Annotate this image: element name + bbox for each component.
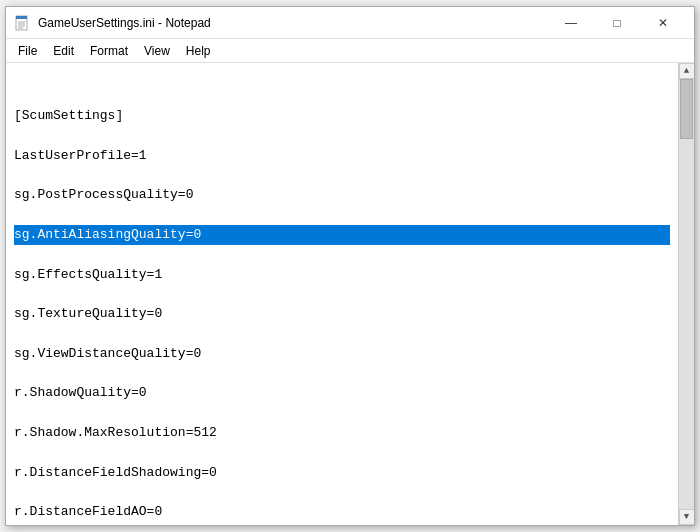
scroll-up-button[interactable]: ▲ <box>679 63 695 79</box>
minimize-button[interactable]: — <box>548 7 594 39</box>
text-line-10[interactable]: r.DistanceFieldAO=0 <box>14 502 670 522</box>
text-line-0[interactable]: [ScumSettings] <box>14 106 670 126</box>
text-line-9[interactable]: r.DistanceFieldShadowing=0 <box>14 463 670 483</box>
text-line-3[interactable]: sg.AntiAliasingQuality=0 <box>14 225 670 245</box>
scrollbar-track[interactable] <box>679 79 694 509</box>
maximize-button[interactable]: □ <box>594 7 640 39</box>
menu-format[interactable]: Format <box>82 42 136 60</box>
text-line-5[interactable]: sg.TextureQuality=0 <box>14 304 670 324</box>
text-line-1[interactable]: LastUserProfile=1 <box>14 146 670 166</box>
menu-view[interactable]: View <box>136 42 178 60</box>
text-editor[interactable]: [ScumSettings] LastUserProfile=1 sg.Post… <box>6 63 678 525</box>
scrollbar-thumb[interactable] <box>680 79 693 139</box>
scroll-down-button[interactable]: ▼ <box>679 509 695 525</box>
menu-bar: File Edit Format View Help <box>6 39 694 63</box>
text-line-6[interactable]: sg.ViewDistanceQuality=0 <box>14 344 670 364</box>
content-area: [ScumSettings] LastUserProfile=1 sg.Post… <box>6 63 694 525</box>
title-bar: GameUserSettings.ini - Notepad — □ ✕ <box>6 7 694 39</box>
text-line-4[interactable]: sg.EffectsQuality=1 <box>14 265 670 285</box>
close-button[interactable]: ✕ <box>640 7 686 39</box>
window-controls: — □ ✕ <box>548 7 686 39</box>
text-line-2[interactable]: sg.PostProcessQuality=0 <box>14 185 670 205</box>
menu-edit[interactable]: Edit <box>45 42 82 60</box>
svg-rect-1 <box>16 16 27 19</box>
menu-help[interactable]: Help <box>178 42 219 60</box>
notepad-icon <box>14 15 30 31</box>
menu-file[interactable]: File <box>10 42 45 60</box>
notepad-window: GameUserSettings.ini - Notepad — □ ✕ Fil… <box>5 6 695 526</box>
window-title: GameUserSettings.ini - Notepad <box>38 16 548 30</box>
text-line-7[interactable]: r.ShadowQuality=0 <box>14 383 670 403</box>
text-line-8[interactable]: r.Shadow.MaxResolution=512 <box>14 423 670 443</box>
scrollbar[interactable]: ▲ ▼ <box>678 63 694 525</box>
